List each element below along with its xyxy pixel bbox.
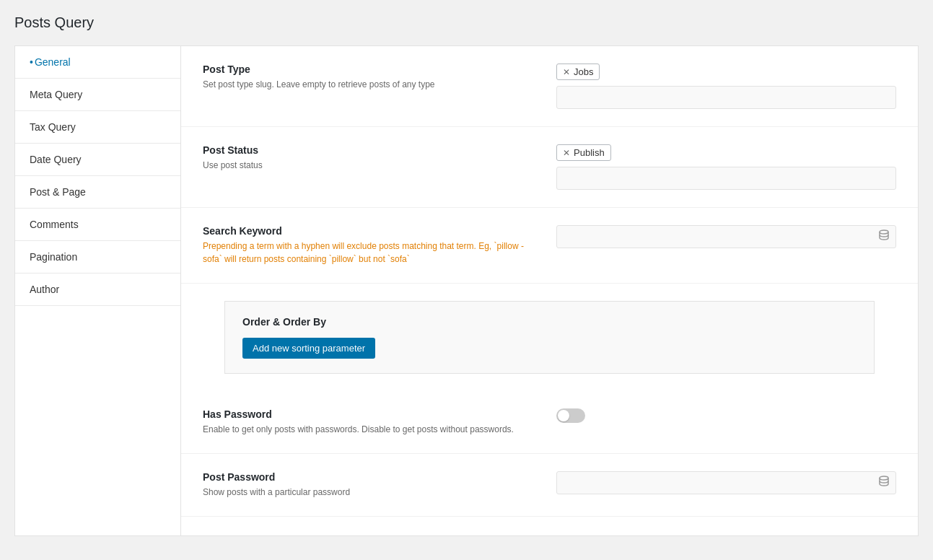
sidebar-item-label: General [35,56,71,68]
has-password-description: Enable to get only posts with passwords.… [203,423,535,436]
search-keyword-label-col: Search Keyword Prepending a term with a … [203,225,535,266]
sidebar-item-pagination[interactable]: Pagination [15,241,180,274]
has-password-input-col [556,408,896,423]
tag-label: Jobs [574,66,593,77]
post-status-input-col: ✕ Publish [556,144,896,190]
sidebar-item-meta-query[interactable]: Meta Query [15,79,180,111]
sidebar-item-label: Meta Query [30,89,82,100]
post-password-section: Post Password Show posts with a particul… [181,454,918,517]
has-password-label: Has Password [203,408,535,420]
sidebar-item-author[interactable]: Author [15,274,180,306]
order-section-wrapper: Order & Order By Add new sorting paramet… [181,301,918,374]
sidebar: General Meta Query Tax Query Date Query … [15,46,181,535]
content-area: Post Type Set post type slug. Leave empt… [181,46,918,535]
post-type-input-col: ✕ Jobs [556,64,896,109]
sidebar-item-label: Date Query [30,154,82,165]
post-status-input[interactable] [556,167,896,190]
post-password-input[interactable] [556,471,896,494]
sidebar-item-comments[interactable]: Comments [15,209,180,241]
search-keyword-description: Prepending a term with a hyphen will exc… [203,240,535,266]
tag-label: Publish [574,147,605,158]
post-status-label: Post Status [203,144,535,156]
add-sorting-button[interactable]: Add new sorting parameter [242,338,375,359]
post-type-description: Set post type slug. Leave empty to retri… [203,78,535,91]
has-password-label-col: Has Password Enable to get only posts wi… [203,408,535,436]
sidebar-item-tax-query[interactable]: Tax Query [15,111,180,144]
search-keyword-label: Search Keyword [203,225,535,237]
sidebar-item-label: Pagination [30,251,77,263]
post-type-section: Post Type Set post type slug. Leave empt… [181,46,918,127]
post-password-label-col: Post Password Show posts with a particul… [203,471,535,499]
post-type-label-col: Post Type Set post type slug. Leave empt… [203,64,535,91]
sidebar-item-date-query[interactable]: Date Query [15,144,180,176]
post-status-tags: ✕ Publish [556,144,896,161]
post-status-tag-publish[interactable]: ✕ Publish [556,144,611,161]
remove-jobs-icon[interactable]: ✕ [563,68,570,76]
post-status-label-col: Post Status Use post status [203,144,535,172]
search-keyword-input[interactable] [556,225,896,248]
sidebar-item-general[interactable]: General [15,46,180,79]
sidebar-item-label: Post & Page [30,186,86,198]
sidebar-item-post-page[interactable]: Post & Page [15,176,180,209]
post-type-label: Post Type [203,64,535,75]
post-type-tags: ✕ Jobs [556,64,896,80]
has-password-toggle[interactable] [556,408,585,423]
order-section: Order & Order By Add new sorting paramet… [224,301,875,374]
sidebar-item-label: Comments [30,219,79,230]
post-password-input-wrapper [556,471,896,494]
post-password-label: Post Password [203,471,535,483]
search-keyword-section: Search Keyword Prepending a term with a … [181,208,918,284]
sidebar-item-label: Tax Query [30,121,76,133]
post-status-section: Post Status Use post status ✕ Publish [181,127,918,208]
post-password-description: Show posts with a particular password [203,486,535,499]
has-password-toggle-container [556,408,896,423]
post-type-input[interactable] [556,86,896,109]
has-password-section: Has Password Enable to get only posts wi… [181,391,918,454]
remove-publish-icon[interactable]: ✕ [563,149,570,157]
page-title: Posts Query [14,14,919,31]
post-status-description: Use post status [203,159,535,172]
order-title: Order & Order By [242,316,857,328]
post-password-input-col [556,471,896,494]
search-keyword-input-wrapper [556,225,896,248]
search-keyword-input-col [556,225,896,248]
sidebar-item-label: Author [30,284,59,295]
post-type-tag-jobs[interactable]: ✕ Jobs [556,64,600,80]
